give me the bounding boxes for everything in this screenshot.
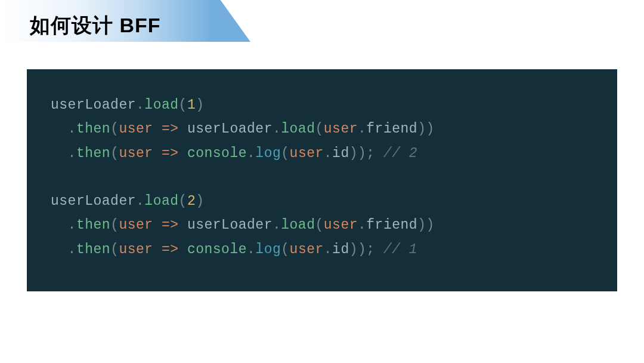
code-token: then (76, 242, 110, 257)
code-token: . (68, 242, 76, 257)
code-token: )) (417, 217, 435, 233)
slide-header: 如何设计 BFF (0, 0, 644, 51)
code-token: ( (281, 242, 289, 257)
code-token: ( (110, 217, 119, 233)
code-token (179, 121, 187, 137)
code-token: id (332, 146, 349, 161)
code-token: userLoader (51, 97, 136, 113)
code-token (179, 217, 187, 233)
code-token: userLoader (187, 121, 273, 137)
code-token: user (290, 146, 324, 161)
code-token: console (187, 146, 247, 161)
code-token: // 1 (383, 242, 417, 257)
code-line (51, 165, 593, 189)
code-token: . (68, 217, 76, 233)
code-token: then (76, 146, 110, 161)
code-token: => (162, 217, 179, 233)
code-token: user (290, 242, 324, 257)
code-token: userLoader (187, 217, 273, 233)
code-token: . (358, 121, 366, 137)
code-token: load (144, 97, 178, 113)
code-token: ( (110, 146, 119, 161)
code-token: . (324, 146, 332, 161)
code-token: . (136, 97, 144, 113)
code-token: ( (110, 121, 119, 137)
code-token: ( (110, 242, 119, 257)
code-token: console (187, 242, 247, 257)
code-token: )); (349, 242, 383, 257)
code-token: user (324, 121, 358, 137)
code-token: 1 (187, 97, 196, 113)
code-line: .then(user => userLoader.load(user.frien… (51, 213, 593, 237)
code-token: . (273, 217, 281, 233)
code-token (153, 217, 162, 233)
code-line: userLoader.load(1) (51, 93, 593, 117)
code-token: user (119, 242, 153, 257)
code-token: . (358, 217, 366, 233)
code-token: )) (417, 121, 435, 137)
code-token: . (247, 242, 255, 257)
code-line: userLoader.load(2) (51, 189, 593, 213)
code-token: => (162, 242, 179, 257)
code-token: )); (349, 146, 383, 161)
page-title: 如何设计 BFF (30, 12, 644, 39)
code-token: friend (366, 217, 417, 233)
code-token: user (119, 146, 153, 161)
code-token: . (247, 146, 255, 161)
code-block: userLoader.load(1) .then(user => userLoa… (27, 69, 617, 291)
code-token: => (162, 121, 179, 137)
code-token: user (119, 217, 153, 233)
code-token: user (119, 121, 153, 137)
code-token: then (76, 121, 110, 137)
code-token: friend (366, 121, 417, 137)
code-token: => (162, 146, 179, 161)
code-token (179, 146, 187, 161)
code-token: id (332, 242, 349, 257)
code-token: then (76, 217, 110, 233)
code-token: ( (281, 146, 289, 161)
code-token: ( (179, 97, 187, 113)
code-token (179, 242, 187, 257)
code-token (153, 242, 162, 257)
code-line: .then(user => console.log(user.id)); // … (51, 238, 593, 262)
code-token: load (281, 121, 315, 137)
code-token: log (255, 146, 281, 161)
code-token: ) (196, 97, 204, 113)
code-token: user (324, 217, 358, 233)
code-token: // 2 (383, 146, 417, 161)
code-token: log (255, 242, 281, 257)
code-token (153, 121, 162, 137)
code-token: . (324, 242, 332, 257)
code-token: . (68, 146, 76, 161)
code-token: ( (315, 217, 323, 233)
code-token: . (273, 121, 281, 137)
slide-content: userLoader.load(1) .then(user => userLoa… (0, 51, 644, 291)
code-token: load (144, 193, 178, 209)
code-token (153, 146, 162, 161)
code-token: . (68, 121, 76, 137)
code-line: .then(user => console.log(user.id)); // … (51, 141, 593, 165)
code-line: .then(user => userLoader.load(user.frien… (51, 117, 593, 141)
code-token: ) (196, 193, 204, 209)
code-token: 2 (187, 193, 196, 209)
code-token: ( (179, 193, 187, 209)
code-token: . (136, 193, 144, 209)
code-token: ( (315, 121, 323, 137)
code-token: load (281, 217, 315, 233)
code-token: userLoader (51, 193, 136, 209)
